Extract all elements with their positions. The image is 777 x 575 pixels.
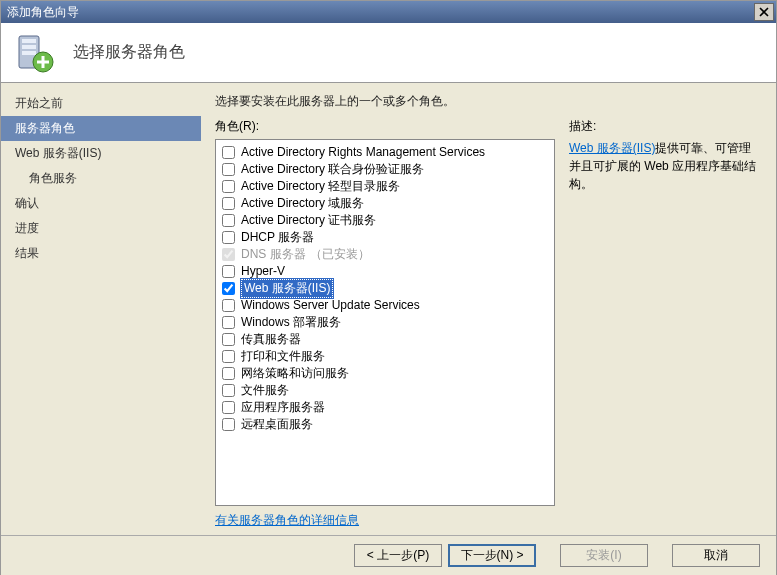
- close-button[interactable]: [754, 3, 774, 21]
- svg-rect-1: [22, 39, 36, 43]
- description-column: 描述: Web 服务器(IIS)提供可靠、可管理并且可扩展的 Web 应用程序基…: [569, 118, 762, 529]
- more-info-link[interactable]: 有关服务器角色的详细信息: [215, 512, 555, 529]
- role-item[interactable]: 应用程序服务器: [222, 399, 548, 416]
- role-label: Active Directory 联合身份验证服务: [241, 161, 424, 178]
- svg-rect-3: [22, 51, 36, 55]
- role-installed-suffix: （已安装）: [310, 246, 370, 263]
- sidebar-step[interactable]: 进度: [1, 216, 201, 241]
- close-icon: [759, 7, 769, 17]
- wizard-header: 选择服务器角色: [1, 23, 776, 83]
- role-item[interactable]: 远程桌面服务: [222, 416, 548, 433]
- role-checkbox[interactable]: [222, 299, 235, 312]
- sidebar-step[interactable]: 确认: [1, 191, 201, 216]
- cancel-button[interactable]: 取消: [672, 544, 760, 567]
- role-checkbox[interactable]: [222, 401, 235, 414]
- role-label: Windows 部署服务: [241, 314, 341, 331]
- sidebar-step[interactable]: 服务器角色: [1, 116, 201, 141]
- role-label: Active Directory 轻型目录服务: [241, 178, 400, 195]
- description-label: 描述:: [569, 118, 762, 135]
- steps-sidebar: 开始之前服务器角色Web 服务器(IIS)角色服务确认进度结果: [1, 83, 201, 535]
- role-checkbox[interactable]: [222, 418, 235, 431]
- wizard-window: 添加角色向导 选择服务器角色 开始之前服务器角色Web 服务器(IIS)角色服务…: [0, 0, 777, 575]
- role-item[interactable]: 网络策略和访问服务: [222, 365, 548, 382]
- roles-column: 角色(R): Active Directory Rights Managemen…: [215, 118, 555, 529]
- titlebar: 添加角色向导: [1, 1, 776, 23]
- sidebar-step[interactable]: 开始之前: [1, 91, 201, 116]
- role-label: Hyper-V: [241, 263, 285, 280]
- role-checkbox[interactable]: [222, 180, 235, 193]
- role-label: Active Directory Rights Management Servi…: [241, 144, 485, 161]
- role-checkbox[interactable]: [222, 231, 235, 244]
- description-text: Web 服务器(IIS)提供可靠、可管理并且可扩展的 Web 应用程序基础结构。: [569, 139, 762, 193]
- role-checkbox[interactable]: [222, 197, 235, 210]
- role-checkbox[interactable]: [222, 367, 235, 380]
- role-label: Active Directory 域服务: [241, 195, 364, 212]
- role-item[interactable]: 传真服务器: [222, 331, 548, 348]
- role-item[interactable]: DHCP 服务器: [222, 229, 548, 246]
- next-button[interactable]: 下一步(N) >: [448, 544, 536, 567]
- role-item[interactable]: Windows Server Update Services: [222, 297, 548, 314]
- role-label: 远程桌面服务: [241, 416, 313, 433]
- role-checkbox[interactable]: [222, 333, 235, 346]
- role-label: 应用程序服务器: [241, 399, 325, 416]
- main-panel: 选择要安装在此服务器上的一个或多个角色。 角色(R): Active Direc…: [201, 83, 776, 535]
- instruction-text: 选择要安装在此服务器上的一个或多个角色。: [215, 93, 762, 110]
- wizard-body: 开始之前服务器角色Web 服务器(IIS)角色服务确认进度结果 选择要安装在此服…: [1, 83, 776, 535]
- role-item[interactable]: Windows 部署服务: [222, 314, 548, 331]
- role-label: 网络策略和访问服务: [241, 365, 349, 382]
- role-checkbox: [222, 248, 235, 261]
- sidebar-step[interactable]: 结果: [1, 241, 201, 266]
- page-title: 选择服务器角色: [73, 42, 185, 63]
- server-role-icon: [13, 32, 55, 74]
- role-checkbox[interactable]: [222, 214, 235, 227]
- role-checkbox[interactable]: [222, 163, 235, 176]
- role-label: 传真服务器: [241, 331, 301, 348]
- install-button: 安装(I): [560, 544, 648, 567]
- role-checkbox[interactable]: [222, 265, 235, 278]
- role-item[interactable]: Active Directory 域服务: [222, 195, 548, 212]
- role-label: Windows Server Update Services: [241, 297, 420, 314]
- description-link[interactable]: Web 服务器(IIS): [569, 141, 655, 155]
- prev-button[interactable]: < 上一步(P): [354, 544, 442, 567]
- role-checkbox[interactable]: [222, 384, 235, 397]
- role-item[interactable]: Hyper-V: [222, 263, 548, 280]
- svg-rect-2: [22, 45, 36, 49]
- role-label: Web 服务器(IIS): [241, 279, 333, 298]
- role-item[interactable]: Active Directory 轻型目录服务: [222, 178, 548, 195]
- role-item[interactable]: Active Directory 证书服务: [222, 212, 548, 229]
- wizard-footer: < 上一步(P) 下一步(N) > 安装(I) 取消: [1, 535, 776, 575]
- role-label: Active Directory 证书服务: [241, 212, 376, 229]
- role-label: DNS 服务器: [241, 246, 306, 263]
- role-label: DHCP 服务器: [241, 229, 314, 246]
- sidebar-step[interactable]: 角色服务: [1, 166, 201, 191]
- role-item[interactable]: 打印和文件服务: [222, 348, 548, 365]
- window-title: 添加角色向导: [7, 4, 754, 21]
- roles-listbox[interactable]: Active Directory Rights Management Servi…: [215, 139, 555, 506]
- role-label: 打印和文件服务: [241, 348, 325, 365]
- role-item[interactable]: DNS 服务器（已安装）: [222, 246, 548, 263]
- roles-label: 角色(R):: [215, 118, 555, 135]
- role-label: 文件服务: [241, 382, 289, 399]
- role-item[interactable]: Active Directory 联合身份验证服务: [222, 161, 548, 178]
- role-checkbox[interactable]: [222, 350, 235, 363]
- role-item[interactable]: 文件服务: [222, 382, 548, 399]
- role-checkbox[interactable]: [222, 146, 235, 159]
- role-item[interactable]: Active Directory Rights Management Servi…: [222, 144, 548, 161]
- role-item[interactable]: Web 服务器(IIS): [222, 280, 548, 297]
- sidebar-step[interactable]: Web 服务器(IIS): [1, 141, 201, 166]
- content-columns: 角色(R): Active Directory Rights Managemen…: [215, 118, 762, 529]
- role-checkbox[interactable]: [222, 282, 235, 295]
- role-checkbox[interactable]: [222, 316, 235, 329]
